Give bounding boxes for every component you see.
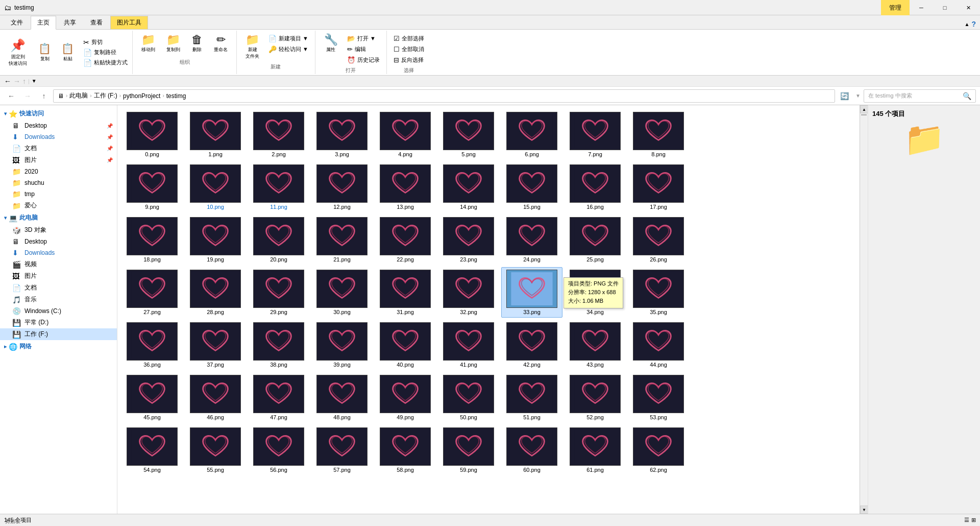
rename-btn[interactable]: ✏ 重命名 xyxy=(209,32,232,55)
file-item[interactable]: 29.png xyxy=(248,267,309,318)
file-item[interactable]: 60.png xyxy=(501,425,562,475)
file-item[interactable]: 18.png xyxy=(121,214,183,265)
file-item[interactable]: 52.png xyxy=(565,372,626,423)
file-item[interactable]: 56.png xyxy=(248,425,309,475)
file-item[interactable]: 22.png xyxy=(375,214,436,265)
quick-forward-btn[interactable]: → xyxy=(13,77,20,85)
path-folder[interactable]: testimg xyxy=(166,92,186,100)
sidebar-item-pictures[interactable]: 🖼 图片 📌 xyxy=(0,154,117,166)
file-item[interactable]: 43.png xyxy=(565,320,626,370)
file-item[interactable]: 35.png xyxy=(628,267,689,318)
file-item[interactable]: 26.png xyxy=(628,214,689,265)
view-list-btn[interactable]: ☰ xyxy=(964,517,969,523)
new-folder-btn[interactable]: 📁 新建文件夹 xyxy=(241,32,264,61)
file-item[interactable]: 9.png xyxy=(121,162,183,212)
refresh-btn[interactable]: 🔄 xyxy=(837,89,851,103)
sidebar-item-aixin[interactable]: 📁 爱心 xyxy=(0,200,117,211)
file-item[interactable]: 14.png xyxy=(438,162,499,212)
paste-shortcut-btn[interactable]: 📄粘贴快捷方式 xyxy=(81,58,130,68)
new-item-btn[interactable]: 📄新建项目 ▼ xyxy=(266,34,311,43)
file-item[interactable]: 36.png xyxy=(121,320,183,370)
cut-btn[interactable]: ✂剪切 xyxy=(81,37,130,47)
select-none-btn[interactable]: ☐全部取消 xyxy=(391,44,427,54)
sidebar-item-pc-desktop[interactable]: 🖥 Desktop xyxy=(0,236,117,247)
tab-file[interactable]: 文件 xyxy=(4,16,30,29)
sidebar-item-pingchang-d[interactable]: 💾 平常 (D:) xyxy=(0,317,117,328)
tab-share[interactable]: 共享 xyxy=(57,16,83,29)
help-btn[interactable]: ? xyxy=(971,20,976,28)
file-item[interactable]: 40.png xyxy=(375,320,436,370)
file-item[interactable]: 20.png xyxy=(248,214,309,265)
sidebar-item-gongzuo-f[interactable]: 💾 工作 (F:) xyxy=(0,328,117,340)
maximize-button[interactable]: □ xyxy=(933,0,957,15)
file-item[interactable]: 27.png xyxy=(121,267,183,318)
file-area[interactable]: 0.png 1.png 2.png 3.png 4.png 5.png 6.pn… xyxy=(117,105,860,514)
file-item[interactable]: 3.png xyxy=(311,109,373,160)
address-path[interactable]: 🖥 › 此电脑 › 工作 (F:) › pythonProject › test… xyxy=(53,89,835,103)
sidebar-item-pc-downloads[interactable]: ⬇ Downloads xyxy=(0,247,117,258)
edit-btn[interactable]: ✏编辑 xyxy=(345,44,382,54)
sidebar-item-downloads[interactable]: ⬇ Downloads 📌 xyxy=(0,131,117,142)
file-item[interactable]: 33.png xyxy=(501,267,562,318)
easy-access-btn[interactable]: 🔑轻松访问 ▼ xyxy=(266,44,311,54)
scroll-down-btn[interactable]: ▼ xyxy=(860,506,868,514)
copy-btn[interactable]: 📋 复制 xyxy=(34,41,56,64)
minimize-button[interactable]: ─ xyxy=(910,0,933,15)
quick-access-header[interactable]: ▾ ⭐ 快速访问 xyxy=(0,107,117,120)
tab-picture-tools[interactable]: 图片工具 xyxy=(110,16,148,29)
file-item[interactable]: 44.png xyxy=(628,320,689,370)
copy-path-btn[interactable]: 📄复制路径 xyxy=(81,47,130,58)
sidebar-item-pc-pictures[interactable]: 🖼 图片 xyxy=(0,270,117,282)
file-item[interactable]: 1.png xyxy=(185,109,246,160)
file-item[interactable]: 15.png xyxy=(501,162,562,212)
file-item[interactable]: 0.png xyxy=(121,109,183,160)
properties-btn[interactable]: 🔧 属性 xyxy=(320,32,342,55)
network-header[interactable]: ▸ 🌐 网络 xyxy=(0,340,117,353)
file-item[interactable]: 8.png xyxy=(628,109,689,160)
forward-btn[interactable]: → xyxy=(20,89,35,103)
open-btn[interactable]: 📂打开 ▼ xyxy=(345,34,382,43)
scroll-up-btn[interactable]: ▲ xyxy=(860,105,868,113)
tab-view[interactable]: 查看 xyxy=(84,16,109,29)
pin-quick-access-btn[interactable]: 📌 固定到快速访问 xyxy=(4,37,32,68)
path-this-pc[interactable]: 此电脑 xyxy=(69,91,88,100)
move-to-btn[interactable]: 📁 移动到 xyxy=(137,32,160,55)
file-item[interactable]: 58.png xyxy=(375,425,436,475)
file-item[interactable]: 4.png xyxy=(375,109,436,160)
history-btn[interactable]: ⏰历史记录 xyxy=(345,55,382,65)
quick-back-btn[interactable]: ← xyxy=(4,77,11,85)
file-item[interactable]: 54.png xyxy=(121,425,183,475)
invert-selection-btn[interactable]: ⊟反向选择 xyxy=(391,55,427,65)
file-item[interactable]: 5.png xyxy=(438,109,499,160)
scroll-thumb[interactable] xyxy=(861,114,867,115)
sidebar-item-windows-c[interactable]: 💿 Windows (C:) xyxy=(0,305,117,317)
ribbon-collapse-btn[interactable]: ▲ xyxy=(965,21,970,27)
sidebar-item-tmp[interactable]: 📁 tmp xyxy=(0,188,117,200)
file-item[interactable]: 34.png xyxy=(565,267,626,318)
sidebar-item-3d-objects[interactable]: 🎲 3D 对象 xyxy=(0,224,117,236)
path-drive[interactable]: 工作 (F:) xyxy=(94,91,117,100)
file-item[interactable]: 41.png xyxy=(438,320,499,370)
file-item[interactable]: 47.png xyxy=(248,372,309,423)
delete-btn[interactable]: 🗑 删除 xyxy=(187,32,207,55)
file-item[interactable]: 61.png xyxy=(565,425,626,475)
view-grid-btn[interactable]: ⊞ xyxy=(971,517,976,523)
sidebar-item-shuchu[interactable]: 📁 shuchu xyxy=(0,177,117,188)
file-item[interactable]: 19.png xyxy=(185,214,246,265)
file-item[interactable]: 53.png xyxy=(628,372,689,423)
back-btn[interactable]: ← xyxy=(4,89,18,103)
file-item[interactable]: 30.png xyxy=(311,267,373,318)
file-item[interactable]: 23.png xyxy=(438,214,499,265)
path-project[interactable]: pythonProject xyxy=(123,92,160,100)
file-item[interactable]: 57.png xyxy=(311,425,373,475)
file-item[interactable]: 62.png xyxy=(628,425,689,475)
file-item[interactable]: 46.png xyxy=(185,372,246,423)
copy-to-btn[interactable]: 📁 复制到 xyxy=(162,32,185,55)
close-button[interactable]: ✕ xyxy=(957,0,980,15)
file-item[interactable]: 59.png xyxy=(438,425,499,475)
sidebar-item-desktop[interactable]: 🖥 Desktop 📌 xyxy=(0,120,117,131)
file-item[interactable]: 49.png xyxy=(375,372,436,423)
file-item[interactable]: 32.png xyxy=(438,267,499,318)
file-item[interactable]: 38.png xyxy=(248,320,309,370)
search-box[interactable]: 在 testimg 中搜索 🔍 xyxy=(864,89,976,103)
